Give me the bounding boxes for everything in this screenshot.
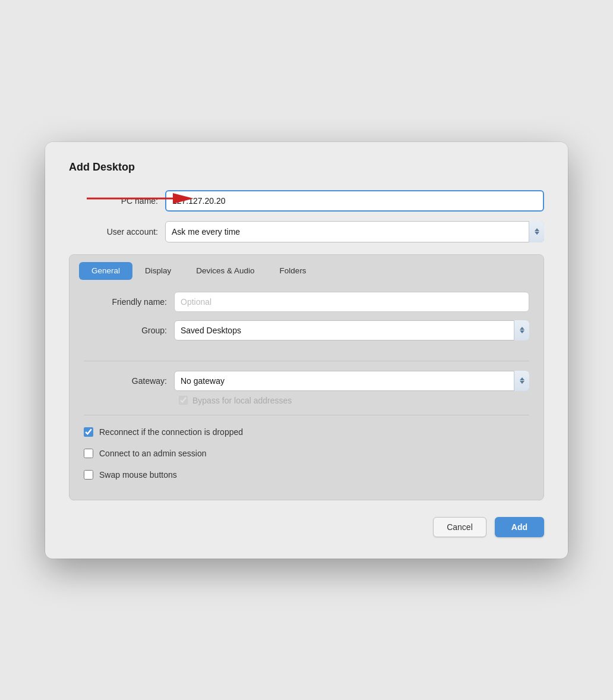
gateway-select-wrapper: No gateway <box>174 371 529 391</box>
reconnect-label: Reconnect if the connection is dropped <box>99 427 243 437</box>
tab-general-content: Friendly name: Group: Saved Desktops <box>69 280 544 351</box>
friendly-name-row: Friendly name: <box>84 292 529 312</box>
gateway-row: Gateway: No gateway <box>84 371 529 391</box>
tab-devices-audio[interactable]: Devices & Audio <box>184 262 267 280</box>
bypass-label: Bypass for local addresses <box>192 396 292 405</box>
admin-session-row: Connect to an admin session <box>84 449 529 458</box>
add-button[interactable]: Add <box>495 517 544 537</box>
friendly-name-label: Friendly name: <box>84 297 167 307</box>
swap-mouse-row: Swap mouse buttons <box>84 470 529 480</box>
group-select-wrapper: Saved Desktops <box>174 320 529 340</box>
dialog-footer: Cancel Add <box>69 517 544 537</box>
group-row: Group: Saved Desktops <box>84 320 529 340</box>
tab-bar: General Display Devices & Audio Folders <box>69 255 544 280</box>
gateway-label: Gateway: <box>84 376 167 386</box>
bypass-row: Bypass for local addresses <box>84 396 529 405</box>
stepper-up-icon <box>535 228 539 231</box>
admin-session-checkbox[interactable] <box>84 449 93 458</box>
cancel-button[interactable]: Cancel <box>433 517 486 537</box>
options-group: Reconnect if the connection is dropped C… <box>69 425 544 485</box>
section-divider-2 <box>84 415 529 415</box>
swap-mouse-checkbox[interactable] <box>84 470 93 480</box>
user-account-row: User account: Ask me every time <box>69 221 544 242</box>
group-stepper[interactable] <box>514 320 529 340</box>
svg-marker-1 <box>173 193 194 204</box>
group-stepper-up-icon <box>520 327 524 330</box>
group-select[interactable]: Saved Desktops <box>174 320 529 340</box>
section-divider-1 <box>84 361 529 361</box>
gateway-stepper-up-icon <box>520 377 524 380</box>
tab-general[interactable]: General <box>79 262 132 280</box>
pc-name-input[interactable] <box>165 190 544 212</box>
arrow-indicator <box>81 190 194 207</box>
user-account-select-wrapper: Ask me every time <box>165 221 544 242</box>
reconnect-row: Reconnect if the connection is dropped <box>84 427 529 437</box>
user-account-stepper[interactable] <box>529 221 544 242</box>
friendly-name-input[interactable] <box>174 292 529 312</box>
admin-session-label: Connect to an admin session <box>99 449 207 458</box>
gateway-stepper-down-icon <box>520 381 524 384</box>
stepper-down-icon <box>535 232 539 235</box>
reconnect-checkbox[interactable] <box>84 427 93 437</box>
tab-folders[interactable]: Folders <box>267 262 319 280</box>
tab-display[interactable]: Display <box>132 262 184 280</box>
gateway-select[interactable]: No gateway <box>174 371 529 391</box>
gateway-section: Gateway: No gateway Bypass for local add… <box>69 371 544 405</box>
dialog-title: Add Desktop <box>69 161 544 174</box>
bypass-checkbox[interactable] <box>179 396 188 405</box>
tab-panel: General Display Devices & Audio Folders … <box>69 254 544 500</box>
swap-mouse-label: Swap mouse buttons <box>99 470 177 480</box>
add-desktop-dialog: Add Desktop PC name: User account: Ask m… <box>45 142 568 559</box>
gateway-stepper[interactable] <box>514 371 529 391</box>
group-stepper-down-icon <box>520 330 524 333</box>
group-label: Group: <box>84 326 167 335</box>
user-account-label: User account: <box>69 227 158 237</box>
user-account-select[interactable]: Ask me every time <box>165 221 544 242</box>
